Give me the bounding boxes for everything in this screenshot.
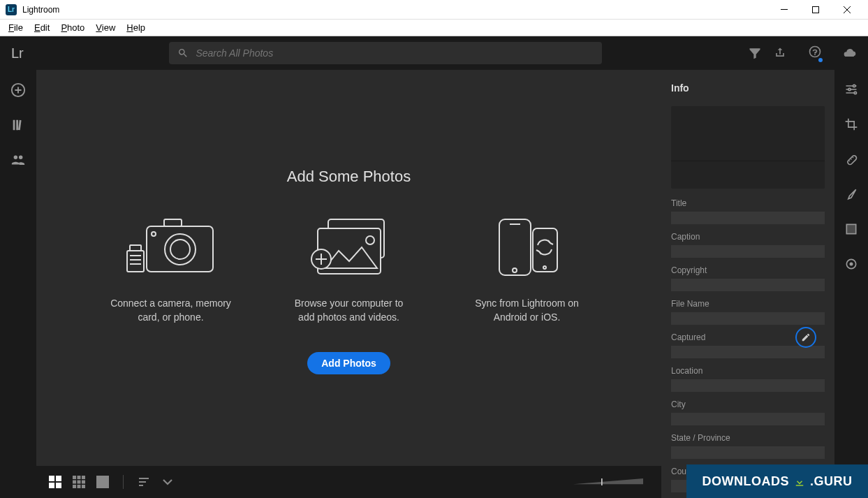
field-label-city: City (671, 400, 825, 409)
svg-rect-4 (164, 219, 182, 226)
people-icon[interactable] (10, 152, 26, 168)
radial-icon[interactable] (844, 257, 858, 271)
svg-rect-32 (78, 481, 81, 484)
pencil-icon (801, 332, 811, 342)
svg-rect-36 (82, 485, 85, 488)
single-view-button[interactable] (95, 474, 110, 490)
filter-icon[interactable] (748, 46, 762, 60)
svg-rect-30 (82, 476, 85, 479)
menubar: File Edit Photo View Help (0, 20, 868, 36)
field-label-location: Location (671, 366, 825, 376)
caption-input[interactable] (671, 245, 825, 258)
svg-rect-9 (130, 245, 141, 251)
svg-rect-33 (82, 481, 85, 484)
add-icon[interactable] (10, 82, 26, 98)
watermark-text-right: .GURU (810, 474, 853, 489)
svg-point-40 (853, 85, 855, 87)
cloud-icon[interactable] (843, 46, 857, 60)
svg-rect-31 (73, 481, 76, 484)
svg-rect-26 (49, 483, 54, 488)
card-connect-device: Connect a camera, memory card, or phone. (110, 214, 232, 324)
svg-rect-25 (56, 476, 61, 481)
svg-rect-8 (127, 251, 144, 272)
empty-state-heading: Add Some Photos (287, 168, 411, 186)
svg-point-21 (513, 268, 517, 272)
sort-dropdown-icon[interactable] (160, 474, 175, 490)
svg-point-5 (165, 234, 196, 265)
add-photos-button[interactable]: Add Photos (307, 352, 390, 374)
window-title: Lightroom (22, 5, 59, 15)
svg-rect-43 (847, 155, 858, 166)
state-input[interactable] (671, 446, 825, 459)
photos-icon (288, 214, 410, 280)
bottom-bar (36, 466, 661, 498)
svg-rect-24 (49, 476, 54, 481)
info-panel-title: Info (671, 82, 825, 94)
search-input[interactable] (196, 47, 594, 59)
grid-view-small-button[interactable] (71, 474, 87, 490)
maximize-button[interactable] (800, 0, 831, 20)
svg-rect-39 (601, 478, 603, 485)
field-label-title: Title (671, 198, 825, 208)
svg-rect-19 (499, 219, 531, 275)
left-sidebar (0, 70, 36, 498)
edit-captured-button[interactable] (795, 327, 816, 348)
search-box[interactable] (169, 42, 602, 64)
svg-point-7 (152, 232, 156, 236)
appbar: Lr (0, 36, 868, 70)
title-input[interactable] (671, 212, 825, 224)
svg-point-42 (854, 91, 856, 94)
svg-rect-51 (796, 485, 804, 486)
field-label-copyright: Copyright (671, 265, 825, 275)
card-sync-mobile: Sync from Lightroom on Android or iOS. (466, 214, 588, 324)
help-icon[interactable] (808, 45, 822, 59)
svg-rect-35 (78, 485, 81, 488)
svg-rect-37 (96, 476, 109, 488)
menu-edit[interactable]: Edit (29, 21, 55, 34)
menu-view[interactable]: View (90, 21, 121, 34)
menu-file[interactable]: File (3, 21, 29, 34)
separator (123, 475, 124, 489)
notification-dot (818, 58, 823, 62)
svg-rect-48 (846, 224, 855, 233)
app-icon: Lr (6, 4, 17, 15)
crop-icon[interactable] (844, 117, 858, 131)
menu-help[interactable]: Help (121, 21, 151, 34)
download-arrow-icon (793, 475, 806, 488)
svg-point-6 (170, 240, 190, 259)
svg-rect-1 (812, 6, 818, 13)
field-label-filename: File Name (671, 299, 825, 309)
app-logo: Lr (11, 45, 24, 61)
brush-icon[interactable] (844, 187, 858, 201)
zoom-slider[interactable] (566, 478, 650, 485)
minimize-button[interactable] (768, 0, 800, 20)
watermark-text-left: DOWNLOADS (703, 474, 790, 489)
filename-input[interactable] (671, 312, 825, 325)
captured-input[interactable] (671, 346, 825, 358)
gradient-icon[interactable] (844, 222, 858, 236)
svg-rect-28 (73, 476, 76, 479)
svg-point-45 (851, 159, 852, 160)
svg-point-46 (853, 157, 854, 159)
copyright-input[interactable] (671, 279, 825, 291)
mobile-sync-icon (466, 214, 588, 280)
right-sidebar (834, 70, 868, 498)
svg-rect-0 (781, 9, 788, 10)
healing-icon[interactable] (844, 152, 858, 166)
sliders-icon[interactable] (844, 82, 858, 96)
info-panel: Info Title Caption Copyright File Name C… (661, 70, 834, 498)
grid-view-large-button[interactable] (47, 474, 63, 490)
location-input[interactable] (671, 379, 825, 392)
field-label-caption: Caption (671, 232, 825, 242)
card-browse-computer: Browse your computer to add photos and v… (288, 214, 410, 324)
close-button[interactable] (831, 0, 862, 20)
watermark: DOWNLOADS .GURU (686, 464, 868, 498)
titlebar: Lr Lightroom (0, 0, 868, 20)
city-input[interactable] (671, 413, 825, 425)
menu-photo[interactable]: Photo (55, 21, 90, 34)
svg-rect-34 (73, 485, 76, 488)
preview-thumbnail (671, 106, 825, 189)
library-icon[interactable] (10, 117, 26, 133)
sort-button[interactable] (136, 474, 152, 490)
share-icon[interactable] (773, 46, 787, 60)
